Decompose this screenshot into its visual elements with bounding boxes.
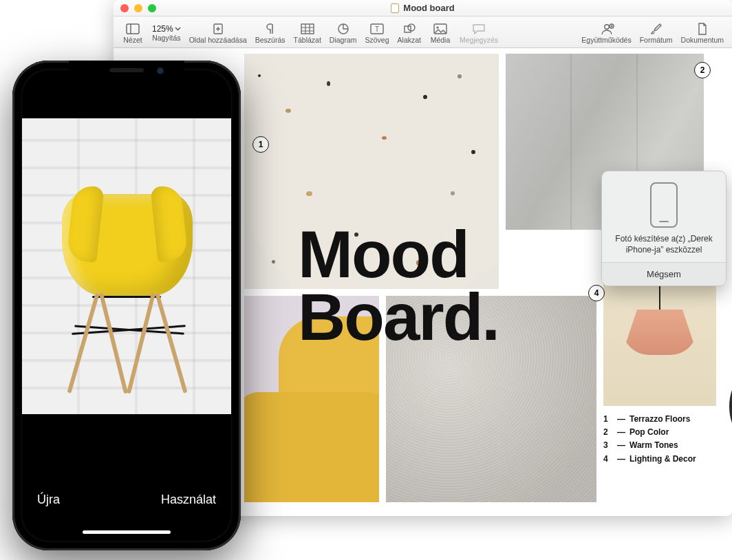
legend-item: 1—Terrazzo Floors (603, 413, 716, 426)
use-photo-button[interactable]: Használat (161, 493, 216, 507)
camera-preview (22, 118, 231, 414)
legend-item: 3—Warm Tones (603, 439, 716, 452)
zoom-value: 125% (152, 24, 181, 34)
collaborate-icon (599, 22, 614, 36)
retake-button[interactable]: Újra (37, 493, 60, 507)
comment-icon (471, 22, 486, 36)
shape-icon (402, 22, 417, 36)
chart-button[interactable]: Diagram (325, 21, 361, 44)
toolbar: Nézet 125% Nagyítás Oldal hozzáadása Bes… (114, 17, 732, 48)
add-page-button[interactable]: Oldal hozzáadása (185, 21, 251, 44)
home-indicator[interactable] (83, 530, 171, 534)
document-icon (391, 3, 399, 13)
text-button[interactable]: T Szöveg (361, 21, 394, 44)
iphone-screen: Újra Használat (22, 70, 231, 541)
legend-item: 4—Lighting & Decor (603, 453, 716, 466)
svg-rect-3 (301, 24, 314, 34)
media-icon (433, 22, 448, 36)
view-icon (125, 22, 140, 36)
view-menu-button[interactable]: Nézet (118, 21, 148, 44)
svg-rect-0 (127, 24, 139, 34)
insert-menu-button[interactable]: Beszúrás (251, 21, 290, 44)
shape-button[interactable]: Alakzat (394, 21, 425, 44)
iphone-device: Újra Használat (12, 61, 241, 550)
document-panel-icon (695, 22, 710, 36)
collaborate-button[interactable]: Együttműködés (577, 21, 635, 44)
document-title: Mood board (114, 3, 732, 13)
zoom-menu-button[interactable]: 125% Nagyítás (148, 23, 185, 42)
textbox-icon: T (369, 22, 385, 36)
comment-button[interactable]: Megjegyzés (455, 21, 502, 44)
popover-message: Fotó készítése a(z) „Derek iPhone-ja” es… (610, 233, 718, 255)
table-icon (300, 22, 315, 36)
document-button[interactable]: Dokumentum (677, 21, 728, 44)
media-button[interactable]: Média (425, 21, 455, 44)
chart-icon (336, 22, 351, 36)
legend-item: 2—Pop Color (603, 426, 716, 439)
svg-point-8 (408, 24, 415, 31)
iphone-icon (650, 182, 678, 228)
image-mirror[interactable] (723, 282, 732, 504)
brush-icon (649, 22, 664, 36)
pilcrow-icon (263, 22, 278, 36)
image-pendant-lamp[interactable] (603, 282, 716, 406)
table-button[interactable]: Táblázat (290, 21, 325, 44)
svg-point-10 (436, 26, 438, 28)
iphone-notch (69, 61, 184, 81)
document-title-text: Mood board (403, 3, 454, 13)
plus-page-icon (211, 22, 226, 36)
format-button[interactable]: Formátum (636, 21, 677, 44)
legend[interactable]: 1—Terrazzo Floors 2—Pop Color 3—Warm Ton… (603, 413, 716, 466)
chair-photo (47, 175, 206, 395)
callout-4: 4 (588, 285, 605, 301)
window-titlebar: Mood board (114, 0, 732, 17)
callout-1: 1 (252, 136, 269, 153)
popover-cancel-button[interactable]: Mégsem (602, 262, 726, 286)
svg-text:T: T (375, 25, 379, 33)
continuity-camera-popover: Fotó készítése a(z) „Derek iPhone-ja” es… (601, 171, 726, 286)
chevron-down-icon (175, 27, 181, 31)
callout-2: 2 (694, 62, 711, 78)
headline-line1: Mood (298, 223, 499, 286)
headline[interactable]: Mood Board. (298, 223, 499, 348)
headline-line2: Board. (298, 286, 499, 348)
svg-point-11 (604, 24, 608, 28)
